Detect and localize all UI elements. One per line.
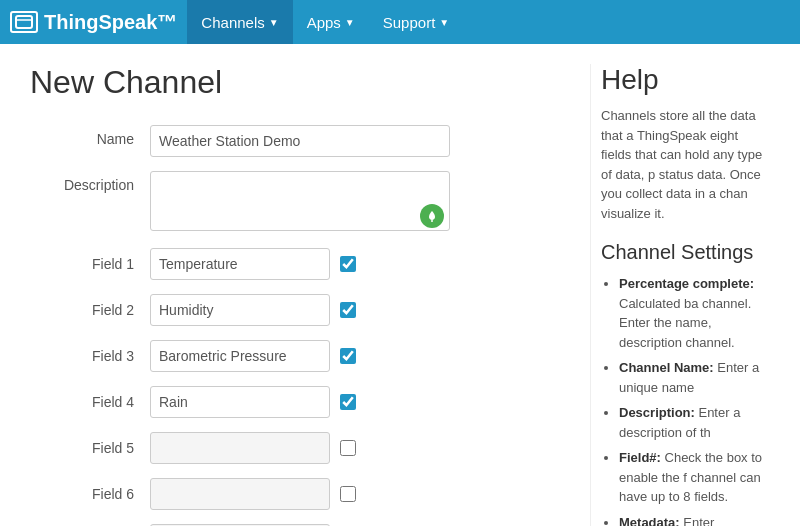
svg-rect-0 — [16, 16, 32, 28]
field-checkbox-1[interactable] — [340, 256, 356, 272]
field-label-2: Field 2 — [30, 302, 150, 318]
description-group: Description — [30, 171, 560, 234]
name-group: Name — [30, 125, 560, 157]
right-panel: Help Channels store all the data that a … — [590, 64, 770, 526]
field-label-1: Field 1 — [30, 256, 150, 272]
description-label: Description — [30, 171, 150, 193]
name-label: Name — [30, 125, 150, 147]
field-input-2[interactable] — [150, 294, 330, 326]
help-item-2: Channel Name: Enter a unique name — [619, 358, 770, 397]
field-checkbox-6[interactable] — [340, 486, 356, 502]
nav-apps[interactable]: Apps ▼ — [293, 0, 369, 44]
help-title: Help — [601, 64, 770, 96]
description-wrapper — [150, 171, 450, 234]
help-item-4: Field#: Check the box to enable the f ch… — [619, 448, 770, 507]
brand-name: ThingSpeak™ — [44, 11, 177, 34]
help-item-3: Description: Enter a description of th — [619, 403, 770, 442]
field-checkbox-3[interactable] — [340, 348, 356, 364]
field-input-5[interactable] — [150, 432, 330, 464]
field-row-3: Field 3 — [30, 340, 560, 372]
help-section-title: Channel Settings — [601, 241, 770, 264]
fields-container: Field 1Field 2Field 3Field 4Field 5Field… — [30, 248, 560, 526]
help-item-1: Percentage complete: Calculated ba chann… — [619, 274, 770, 352]
field-checkbox-4[interactable] — [340, 394, 356, 410]
field-input-6[interactable] — [150, 478, 330, 510]
field-input-3[interactable] — [150, 340, 330, 372]
brand-icon — [10, 11, 38, 33]
field-input-4[interactable] — [150, 386, 330, 418]
field-checkbox-5[interactable] — [340, 440, 356, 456]
help-list: Percentage complete: Calculated ba chann… — [601, 274, 770, 526]
field-label-5: Field 5 — [30, 440, 150, 456]
field-row-2: Field 2 — [30, 294, 560, 326]
field-label-3: Field 3 — [30, 348, 150, 364]
page-title: New Channel — [30, 64, 560, 101]
field-label-6: Field 6 — [30, 486, 150, 502]
nav-support[interactable]: Support ▼ — [369, 0, 463, 44]
name-input[interactable] — [150, 125, 450, 157]
nav-channels[interactable]: Channels ▼ — [187, 0, 292, 44]
field-input-1[interactable] — [150, 248, 330, 280]
field-checkbox-2[interactable] — [340, 302, 356, 318]
field-row-4: Field 4 — [30, 386, 560, 418]
description-icon[interactable] — [420, 204, 444, 228]
apps-caret-icon: ▼ — [345, 17, 355, 28]
navbar: ThingSpeak™ Channels ▼ Apps ▼ Support ▼ — [0, 0, 800, 44]
support-caret-icon: ▼ — [439, 17, 449, 28]
field-row-1: Field 1 — [30, 248, 560, 280]
left-panel: New Channel Name Description Field 1Fiel… — [30, 64, 590, 526]
help-intro: Channels store all the data that a Thing… — [601, 106, 770, 223]
field-row-6: Field 6 — [30, 478, 560, 510]
field-row-5: Field 5 — [30, 432, 560, 464]
channels-caret-icon: ▼ — [269, 17, 279, 28]
description-input[interactable] — [150, 171, 450, 231]
brand-logo[interactable]: ThingSpeak™ — [10, 11, 177, 34]
content-wrapper: New Channel Name Description Field 1Fiel… — [0, 44, 800, 526]
help-item-5: Metadata: Enter information about c — [619, 513, 770, 527]
field-label-4: Field 4 — [30, 394, 150, 410]
